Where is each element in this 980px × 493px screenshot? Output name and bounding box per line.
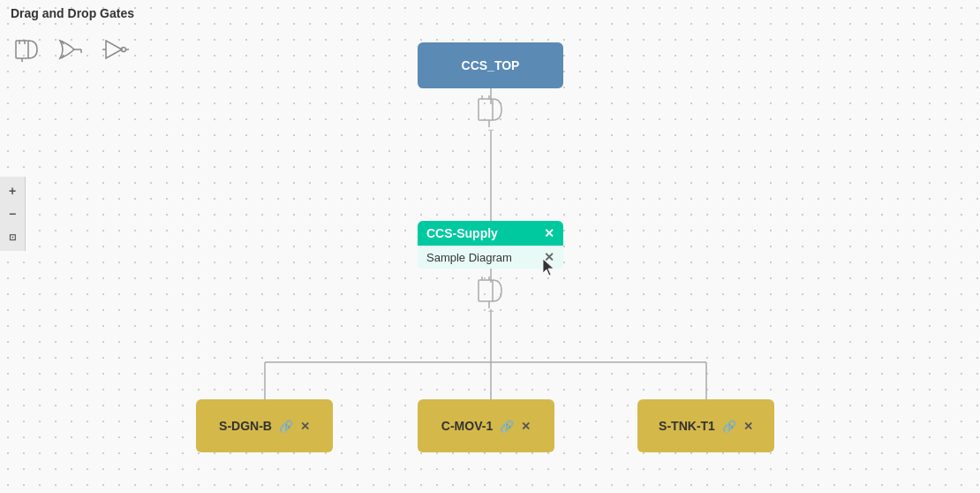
node-s-dgn-b-label: S-DGN-B [219,419,272,433]
s-tnk-t1-link-icon[interactable]: 🔗 [722,420,736,433]
svg-point-7 [122,48,126,52]
diagram: CCS_TOP − CCS-Supply ✕ Sample Diagram ✕ [0,0,980,493]
zoom-in-button[interactable]: + [4,182,21,200]
not-gate-icon[interactable] [102,35,130,64]
node-s-tnk-t1-label: S-TNK-T1 [659,419,715,433]
page-title: Drag and Drop Gates [11,6,134,20]
node-ccs-supply[interactable]: CCS-Supply ✕ Sample Diagram ✕ [418,221,563,269]
s-dgn-b-link-icon[interactable]: 🔗 [279,420,293,433]
svg-rect-18 [479,99,493,120]
and-gate-symbol-1: − [475,95,507,136]
node-ccs-top[interactable]: CCS_TOP [418,42,563,88]
node-s-tnk-t1[interactable]: S-TNK-T1 🔗 ✕ [637,399,774,452]
dropdown-close-button[interactable]: ✕ [544,250,554,264]
svg-rect-0 [16,41,28,58]
svg-rect-22 [479,280,493,301]
node-ccs-supply-label: CCS-Supply [426,226,498,240]
and-gate-icon[interactable] [13,35,41,64]
node-s-dgn-b[interactable]: S-DGN-B 🔗 ✕ [196,399,333,452]
fit-button[interactable]: ⊡ [4,228,21,246]
gate-toolbar [13,35,130,64]
c-mov-1-close-button[interactable]: ✕ [521,420,531,433]
s-dgn-b-close-button[interactable]: ✕ [300,420,310,433]
dropdown-text: Sample Diagram [426,251,512,264]
supply-dropdown[interactable]: Sample Diagram ✕ [418,246,563,269]
and-gate-symbol-2: − [475,277,507,317]
side-toolbar: + − ⊡ [0,177,26,251]
or-gate-icon[interactable] [57,35,86,64]
s-tnk-t1-close-button[interactable]: ✕ [743,420,753,433]
node-c-mov-1[interactable]: C-MOV-1 🔗 ✕ [418,399,554,452]
node-c-mov-1-label: C-MOV-1 [441,419,493,433]
ccs-supply-close-button[interactable]: ✕ [544,226,554,240]
c-mov-1-link-icon[interactable]: 🔗 [500,420,514,433]
zoom-out-button[interactable]: − [4,205,21,223]
node-ccs-top-label: CCS_TOP [462,58,520,72]
